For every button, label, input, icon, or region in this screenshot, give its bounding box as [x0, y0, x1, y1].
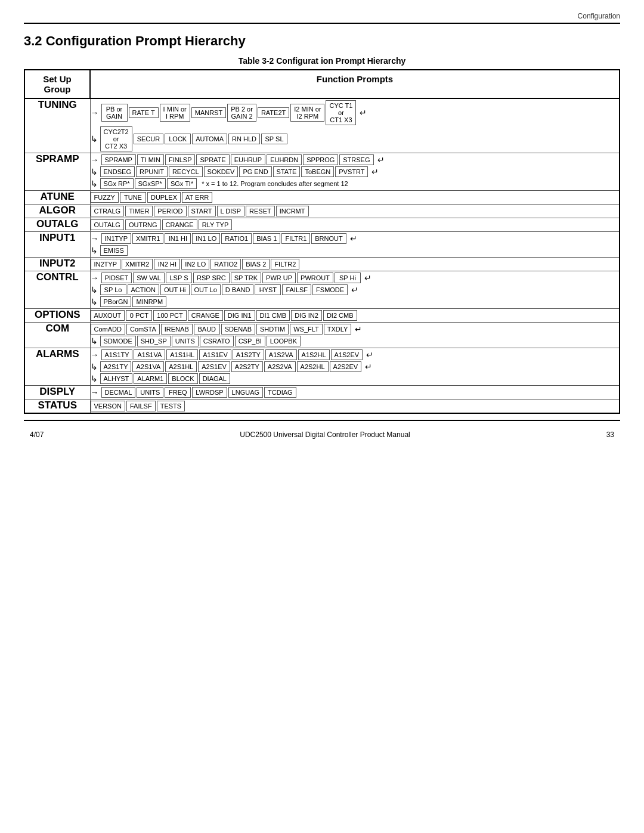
prompt-box: BLOCK [168, 373, 197, 384]
arrow-right-icon: → [91, 350, 99, 360]
prompts-cell-atune: FUZZYTUNEDUPLEXAT ERR [90, 191, 620, 205]
prompt-box: L DISP [217, 206, 244, 216]
prompt-box: PB or GAIN [101, 104, 128, 122]
table-row: TUNING→PB or GAINRATE TI MIN or I RPMMAN… [24, 98, 620, 153]
prompt-box: IN2 HI [154, 259, 180, 270]
prompts-cell-status: VERSONFAILSFTESTS [90, 400, 620, 414]
table-row: DISPLY→DECMALUNITSFREQLWRDSPLNGUAGTCDIAG [24, 386, 620, 400]
prompt-line: →A1S1TYA1S1VAA1S1HLA1S1EVA1S2TYA1S2VAA1S… [91, 349, 620, 360]
prompts-cell-algor: CTRALGTIMERPERIODSTARTL DISPRESETINCRMT [90, 205, 620, 218]
arrow-down-icon: ↳ [91, 134, 98, 144]
prompt-line: OUTALGOUTRNGCRANGERLY TYP [91, 219, 620, 230]
group-cell-status: STATUS [24, 400, 90, 414]
prompt-box: RPUNIT [136, 166, 168, 177]
prompt-box: XMITR1 [132, 233, 163, 244]
prompt-line: CTRALGTIMERPERIODSTARTL DISPRESETINCRMT [91, 206, 620, 216]
prompt-box: CRANGE [188, 310, 223, 321]
group-cell-tuning: TUNING [24, 98, 90, 153]
continue-arrow-icon: ↵ [371, 167, 379, 176]
prompt-box: I2 MIN or I2 RPM [290, 104, 324, 122]
prompt-box: FAILSF [282, 284, 311, 295]
prompt-box: INCRMT [276, 206, 309, 216]
continue-arrow-icon: ↵ [365, 362, 372, 371]
prompt-box: HYST [255, 284, 281, 295]
prompts-cell-alarms: →A1S1TYA1S1VAA1S1HLA1S1EVA1S2TYA1S2VAA1S… [90, 348, 620, 386]
prompt-box: OUTALG [91, 219, 124, 230]
prompt-box: ALARM1 [134, 373, 167, 384]
group-cell-alarms: ALARMS [24, 348, 90, 386]
prompt-box: A1S2EV [331, 349, 363, 360]
prompt-box: RATE T [129, 107, 159, 118]
prompt-box: A2S1TY [100, 361, 132, 372]
prompt-box: A1S2VA [265, 349, 297, 360]
group-cell-input2: INPUT2 [24, 258, 90, 271]
arrow-down-icon: ↳ [91, 362, 98, 371]
prompt-box: IN1 LO [192, 233, 220, 244]
prompt-box: ComADD [91, 324, 125, 335]
arrow-right-icon: → [91, 155, 99, 165]
prompt-box: SHD_SP [137, 336, 171, 346]
prompt-box: AUXOUT [91, 310, 125, 321]
prompt-box: SDENAB [221, 324, 255, 335]
prompt-box: A2S2HL [297, 361, 329, 372]
prompt-box: PIDSET [101, 272, 132, 283]
prompt-box: RN HLD [228, 134, 260, 144]
prompt-box: IRENAB [161, 324, 193, 335]
prompt-box: RATE2T [258, 107, 289, 118]
prompt-box: VERSON [91, 401, 125, 411]
prompt-box: ALHYST [100, 373, 133, 384]
prompt-box: DECMAL [101, 387, 136, 398]
prompts-cell-outalg: OUTALGOUTRNGCRANGERLY TYP [90, 218, 620, 232]
function-prompts-header: Function Prompts [90, 70, 620, 98]
prompt-box: PB 2 or GAIN 2 [227, 104, 256, 122]
prompt-line: →PB or GAINRATE TI MIN or I RPMMANRSTPB … [91, 100, 620, 125]
arrow-right-icon: → [91, 273, 99, 283]
prompt-box: 0 PCT [126, 310, 152, 321]
prompt-box: RLY TYP [199, 219, 233, 230]
table-row: STATUSVERSONFAILSFTESTS [24, 400, 620, 414]
prompt-line: →PIDSETSW VALLSP SRSP SRCSP TRKPWR UPPWR… [91, 272, 620, 283]
prompt-box: SDMODE [100, 336, 136, 346]
prompt-box: SECUR [134, 134, 164, 144]
prompt-box: D BAND [222, 284, 254, 295]
group-cell-algor: ALGOR [24, 205, 90, 218]
prompt-box: PERIOD [154, 206, 186, 216]
prompt-line: →IN1TYPXMITR1IN1 HIIN1 LORATIO1BIAS 1FIL… [91, 233, 620, 244]
prompt-box: A2S1EV [198, 361, 230, 372]
note-text: * x = 1 to 12. Program concludes after s… [202, 180, 348, 187]
prompt-box: LOCK [165, 134, 191, 144]
prompt-box: FUZZY [91, 192, 119, 203]
prompt-line: IN2TYPXMITR2IN2 HIIN2 LORATIO2BIAS 2FILT… [91, 259, 620, 270]
table-row: ALARMS→A1S1TYA1S1VAA1S1HLA1S1EVA1S2TYA1S… [24, 348, 620, 386]
prompt-box: LWRDSP [192, 387, 227, 398]
prompt-box: ENDSEG [100, 166, 135, 177]
group-cell-com: COM [24, 323, 90, 348]
setup-group-header: Set Up Group [24, 70, 90, 98]
prompt-box: START [188, 206, 216, 216]
prompt-line: ↳SDMODESHD_SPUNITSCSRATOCSP_BILOOPBK [91, 336, 620, 346]
prompt-box: SP SL [261, 134, 287, 144]
table-row: OUTALGOUTALGOUTRNGCRANGERLY TYP [24, 218, 620, 232]
prompt-box: MANRST [191, 107, 226, 118]
prompt-box: OUT Lo [191, 284, 221, 295]
prompt-box: BAUD [194, 324, 220, 335]
prompt-box: AUTOMA [192, 134, 227, 144]
prompt-line: →SPRAMPTI MINFINLSPSPRATEEUHRUPEUHRDNSPP… [91, 154, 620, 165]
prompt-box: EUHRUP [231, 154, 265, 165]
continue-arrow-icon: ↵ [366, 350, 373, 360]
prompt-box: SW VAL [133, 272, 165, 283]
prompt-box: CYC T1 or CT1 X3 [326, 100, 356, 125]
page-title: 3.2 Configuration Prompt Hierarchy [24, 33, 620, 49]
prompt-box: A1S2HL [298, 349, 330, 360]
continue-arrow-icon: ↵ [377, 155, 385, 165]
prompts-cell-com: ComADDComSTAIRENABBAUDSDENABSHDTIMWS_FLT… [90, 323, 620, 348]
prompt-box: SP TRK [231, 272, 261, 283]
prompt-line: ↳SGx RP*SGxSP*SGx TI** x = 1 to 12. Prog… [91, 178, 620, 189]
prompt-box: I MIN or I RPM [160, 104, 190, 122]
prompt-box: CSP_BI [235, 336, 265, 346]
prompt-box: RECYCL [169, 166, 203, 177]
prompt-line: ComADDComSTAIRENABBAUDSDENABSHDTIMWS_FLT… [91, 324, 620, 335]
prompt-box: AT ERR [182, 192, 212, 203]
arrow-right-icon: → [91, 108, 99, 117]
prompt-box: LSP S [166, 272, 192, 283]
